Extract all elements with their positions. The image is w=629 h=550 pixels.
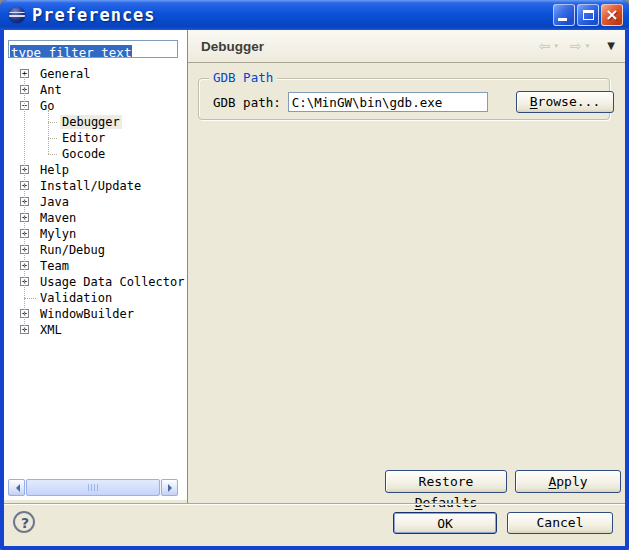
tree-item-general[interactable]: +General (4, 66, 187, 82)
tree-item-run-debug[interactable]: +Run/Debug (4, 242, 187, 258)
expand-plus-icon[interactable]: + (20, 261, 29, 270)
cancel-button[interactable]: Cancel (507, 512, 613, 534)
tree-item-label: Team (38, 259, 71, 273)
tree-item-label: XML (38, 323, 64, 337)
preferences-tree: +General+Ant−GoDebuggerEditorGocode+Help… (4, 66, 187, 338)
panel-divider (187, 30, 188, 504)
maximize-button[interactable] (577, 4, 599, 26)
filter-input[interactable]: type filter text (8, 40, 178, 58)
tree-item-label: Install/Update (38, 179, 143, 193)
tree-item-label: Help (38, 163, 71, 177)
preferences-dialog: Preferences × type filter text +General+… (0, 0, 629, 550)
close-icon: × (602, 5, 622, 25)
minimize-button[interactable] (553, 4, 575, 26)
tree-item-mylyn[interactable]: +Mylyn (4, 226, 187, 242)
tree-item-label: Validation (38, 291, 114, 305)
expand-plus-icon[interactable]: + (20, 309, 29, 318)
tree-item-label: Gocode (60, 147, 107, 161)
group-label: GDB Path (209, 71, 277, 85)
tree-item-go[interactable]: −Go (4, 98, 187, 114)
tree-item-label: Debugger (60, 115, 122, 129)
tree-item-debugger[interactable]: Debugger (4, 114, 187, 130)
gdb-path-input[interactable] (288, 92, 488, 112)
back-arrow-icon[interactable]: ⇦ (539, 39, 551, 53)
dialog-body: type filter text +General+Ant−GoDebugger… (4, 30, 625, 546)
expand-plus-icon[interactable]: + (20, 165, 29, 174)
tree-item-gocode[interactable]: Gocode (4, 146, 187, 162)
tree-item-label: Java (38, 195, 71, 209)
expand-plus-icon[interactable]: + (20, 325, 29, 334)
help-button[interactable]: ? (13, 511, 35, 533)
tree-item-validation[interactable]: Validation (4, 290, 187, 306)
gdb-path-label: GDB path: (213, 95, 281, 110)
header-nav-icons: ⇦ ▾ ⇨ ▾ ▼ (539, 39, 615, 53)
tree-item-windowbuilder[interactable]: +WindowBuilder (4, 306, 187, 322)
tree-item-maven[interactable]: +Maven (4, 210, 187, 226)
tree-item-label: WindowBuilder (38, 307, 136, 321)
browse-button[interactable]: Browse... (516, 91, 614, 113)
tree-item-label: Ant (38, 83, 64, 97)
window-controls: × (553, 4, 623, 26)
ok-button[interactable]: OK (393, 512, 497, 534)
tree-item-label: General (38, 67, 93, 81)
tree-item-java[interactable]: +Java (4, 194, 187, 210)
filter-selected-text: type filter text (10, 45, 132, 58)
tree-item-editor[interactable]: Editor (4, 130, 187, 146)
expand-plus-icon[interactable]: + (20, 197, 29, 206)
restore-defaults-button[interactable]: Restore Defaults (385, 470, 507, 493)
tree-item-install-update[interactable]: +Install/Update (4, 178, 187, 194)
expand-plus-icon[interactable]: + (20, 85, 29, 94)
gdb-path-group: GDB Path GDB path: Browse... (198, 78, 610, 120)
maximize-icon (583, 10, 594, 20)
help-icon: ? (21, 515, 29, 531)
tree-item-label: Usage Data Collector (38, 275, 187, 289)
back-dropdown-icon[interactable]: ▾ (555, 43, 559, 50)
collapse-minus-icon[interactable]: − (20, 101, 29, 110)
expand-plus-icon[interactable]: + (20, 213, 29, 222)
expand-plus-icon[interactable]: + (20, 69, 29, 78)
tree-item-label: Mylyn (38, 227, 78, 241)
tree-item-usage-data-collector[interactable]: +Usage Data Collector (4, 274, 187, 290)
tree-item-label: Editor (60, 131, 107, 145)
tree-item-label: Run/Debug (38, 243, 107, 257)
tree-item-label: Go (38, 99, 56, 113)
scroll-left-icon[interactable] (8, 479, 25, 496)
tree-item-label: Maven (38, 211, 78, 225)
forward-dropdown-icon[interactable]: ▾ (586, 43, 590, 50)
window-title: Preferences (32, 5, 156, 25)
footer-separator (4, 503, 625, 505)
page-header: Debugger ⇦ ▾ ⇨ ▾ ▼ (188, 30, 625, 63)
minimize-icon (558, 18, 567, 21)
tree-item-team[interactable]: +Team (4, 258, 187, 274)
close-button[interactable]: × (601, 4, 623, 26)
scroll-right-icon[interactable] (161, 479, 178, 496)
sidebar-tree-panel: type filter text +General+Ant−GoDebugger… (4, 30, 187, 500)
forward-arrow-icon[interactable]: ⇨ (570, 39, 582, 53)
page-title: Debugger (201, 39, 264, 54)
gdb-path-row: GDB path: Browse... (213, 91, 597, 113)
tree-horizontal-scrollbar[interactable] (8, 479, 178, 496)
tree-item-ant[interactable]: +Ant (4, 82, 187, 98)
titlebar[interactable]: Preferences × (0, 0, 629, 30)
tree-item-xml[interactable]: +XML (4, 322, 187, 338)
view-menu-icon[interactable]: ▼ (607, 41, 615, 51)
tree-item-help[interactable]: +Help (4, 162, 187, 178)
eclipse-logo-icon (9, 7, 25, 23)
apply-button[interactable]: Apply (515, 470, 621, 493)
expand-plus-icon[interactable]: + (20, 277, 29, 286)
expand-plus-icon[interactable]: + (20, 245, 29, 254)
expand-plus-icon[interactable]: + (20, 229, 29, 238)
scrollbar-thumb[interactable] (26, 479, 160, 496)
expand-plus-icon[interactable]: + (20, 181, 29, 190)
